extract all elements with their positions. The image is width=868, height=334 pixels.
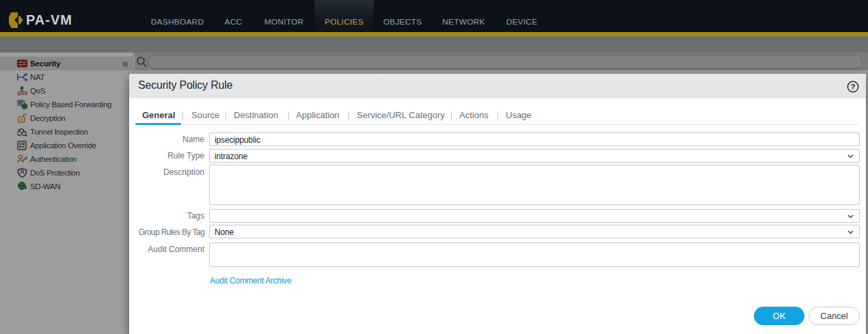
svg-text:?: ? xyxy=(850,83,855,91)
